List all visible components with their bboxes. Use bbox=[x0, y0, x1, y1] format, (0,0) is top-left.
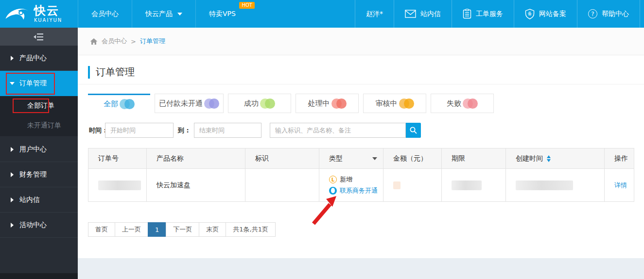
sidebar-item-label: 财务管理 bbox=[19, 170, 47, 179]
nav-item-work-order[interactable]: 工单服务 bbox=[452, 0, 514, 28]
nav-item-member-center[interactable]: 会员中心 bbox=[78, 0, 132, 28]
kuaiyun-swirl-icon bbox=[4, 4, 31, 24]
help-icon: ? bbox=[588, 9, 597, 18]
breadcrumb-current[interactable]: 订单管理 bbox=[140, 37, 165, 46]
page-last-button[interactable]: 末页 bbox=[199, 222, 226, 237]
sidebar-item-label: 用户中心 bbox=[19, 145, 47, 154]
nav-label: 帮助中心 bbox=[602, 10, 629, 18]
tab-processing[interactable]: 处理中 bbox=[296, 94, 359, 113]
end-time-input[interactable] bbox=[194, 123, 261, 138]
nav-item-products[interactable]: 快云产品 bbox=[132, 0, 195, 28]
status-circles-icon bbox=[463, 98, 478, 109]
page-first-button[interactable]: 首页 bbox=[88, 222, 115, 237]
sort-icon[interactable] bbox=[547, 155, 551, 162]
nav-item-vps-sale[interactable]: 特卖VPS HOT bbox=[195, 0, 249, 28]
header-created-time: 创建时间 bbox=[506, 148, 605, 168]
tab-success[interactable]: 成功 bbox=[228, 94, 291, 113]
tab-paid-unopened[interactable]: 已付款未开通 bbox=[155, 94, 224, 113]
header-actions: 操作 bbox=[605, 148, 634, 168]
sidebar-subitem-all-orders[interactable]: 全部订单 bbox=[0, 96, 78, 115]
user-menu[interactable]: 赵洋* bbox=[355, 0, 394, 28]
tab-all[interactable]: 全部 bbox=[88, 94, 150, 113]
orders-table: 订单号 产品名称 标识 类型 金额（元） 期限 创建时间 操作 bbox=[88, 148, 634, 202]
contact-business-link[interactable]: 联系商务开通 bbox=[340, 186, 378, 195]
page-prev-button[interactable]: 上一页 bbox=[115, 222, 148, 237]
sidebar-item-order-management[interactable]: 订单管理 bbox=[0, 71, 78, 96]
type-new-label: 新增 bbox=[340, 175, 352, 184]
breadcrumb-home[interactable]: 会员中心 bbox=[102, 37, 127, 46]
page-number-current[interactable]: 1 bbox=[148, 222, 166, 237]
logo[interactable]: 快云 KUAIYUN bbox=[0, 0, 78, 28]
redacted-created-time bbox=[516, 181, 573, 190]
cell-product-name: 快云加速盘 bbox=[147, 169, 245, 201]
nav-label: 站内信 bbox=[420, 10, 441, 18]
start-time-input[interactable] bbox=[105, 123, 174, 138]
status-circles-icon bbox=[331, 98, 347, 109]
cell-type: L 新增 联系商务开通 bbox=[319, 169, 383, 201]
triangle-down-icon bbox=[10, 82, 15, 85]
triangle-right-icon bbox=[11, 223, 14, 228]
sidebar-item-label: 产品中心 bbox=[19, 54, 47, 63]
redacted-order-number bbox=[98, 181, 141, 190]
triangle-right-icon bbox=[11, 147, 14, 152]
table-header-row: 订单号 产品名称 标识 类型 金额（元） 期限 创建时间 操作 bbox=[88, 148, 634, 169]
sidebar-collapse-button[interactable] bbox=[0, 28, 78, 46]
sidebar-item-activity-center[interactable]: 活动中心 bbox=[0, 213, 78, 238]
header-order-no: 订单号 bbox=[88, 148, 147, 168]
header-type: 类型 bbox=[319, 148, 383, 168]
sidebar-item-product-center[interactable]: 产品中心 bbox=[0, 46, 78, 71]
filter-bar: 时间 : 到 : bbox=[78, 123, 644, 138]
tab-reviewing[interactable]: 审核中 bbox=[363, 94, 426, 113]
triangle-right-icon bbox=[11, 172, 14, 177]
nav-item-messages[interactable]: 站内信 bbox=[394, 0, 452, 28]
page-title: 订单管理 bbox=[96, 66, 135, 79]
qq-contact-icon bbox=[329, 187, 337, 195]
nav-label: 网站备案 bbox=[539, 10, 566, 18]
status-circles-icon bbox=[399, 98, 414, 109]
pagination: 首页 上一页 1 下一页 末页 共1条,共1页 bbox=[88, 222, 276, 237]
tab-label: 处理中 bbox=[308, 99, 330, 108]
table-row: 快云加速盘 L 新增 联系商务开通 bbox=[88, 169, 634, 201]
type-filter-dropdown-icon[interactable] bbox=[372, 157, 377, 160]
tab-label: 全部 bbox=[104, 99, 118, 109]
nav-label: 会员中心 bbox=[91, 10, 119, 18]
shield-glyph: 备 bbox=[528, 11, 532, 17]
sidebar-subitem-unopened-orders[interactable]: 未开通订单 bbox=[0, 115, 78, 137]
cell-actions: 详情 bbox=[605, 169, 634, 201]
sidebar-item-user-center[interactable]: 用户中心 bbox=[0, 137, 78, 162]
mail-icon bbox=[405, 10, 416, 18]
to-label: 到 : bbox=[178, 123, 189, 138]
search-button[interactable] bbox=[406, 123, 421, 138]
sidebar-item-messages[interactable]: 站内信 bbox=[0, 187, 78, 213]
logo-subtitle: KUAIYUN bbox=[34, 17, 62, 23]
page-next-button[interactable]: 下一页 bbox=[166, 222, 199, 237]
keyword-search-input[interactable] bbox=[270, 123, 406, 138]
section-divider bbox=[78, 84, 644, 84]
member-center-screen: 快云 KUAIYUN 会员中心 快云产品 特卖VPS HOT 赵洋* bbox=[0, 0, 644, 279]
cell-amount bbox=[383, 169, 442, 201]
sidebar-item-finance[interactable]: 财务管理 bbox=[0, 162, 78, 187]
nav-item-help-center[interactable]: ? 帮助中心 bbox=[577, 0, 640, 28]
search-icon bbox=[409, 126, 418, 134]
cell-order-no bbox=[88, 169, 147, 201]
tab-label: 失败 bbox=[447, 99, 461, 108]
shield-icon: 备 bbox=[525, 9, 535, 19]
home-icon bbox=[90, 38, 98, 45]
sidebar-item-label: 活动中心 bbox=[19, 221, 47, 230]
nav-item-icp-filing[interactable]: 备 网站备案 bbox=[514, 0, 577, 28]
tab-failed[interactable]: 失败 bbox=[431, 94, 494, 113]
top-nav: 快云 KUAIYUN 会员中心 快云产品 特卖VPS HOT 赵洋* bbox=[0, 0, 644, 28]
detail-link[interactable]: 详情 bbox=[614, 181, 627, 190]
new-order-icon: L bbox=[329, 176, 337, 183]
sidebar-item-label: 站内信 bbox=[19, 196, 40, 204]
tab-label: 已付款未开通 bbox=[159, 99, 203, 108]
page-title-row: 订单管理 bbox=[88, 66, 135, 79]
sidebar: 产品中心 订单管理 全部订单 未开通订单 用户中心 财务管理 站内信 活动中心 bbox=[0, 28, 78, 279]
cell-term bbox=[442, 169, 506, 201]
header-identifier: 标识 bbox=[245, 148, 319, 168]
header-term: 期限 bbox=[442, 148, 506, 168]
breadcrumb-separator: > bbox=[131, 38, 136, 45]
time-label: 时间 : bbox=[89, 123, 106, 138]
tab-label: 成功 bbox=[244, 99, 259, 108]
sidebar-item-label: 未开通订单 bbox=[27, 121, 61, 130]
